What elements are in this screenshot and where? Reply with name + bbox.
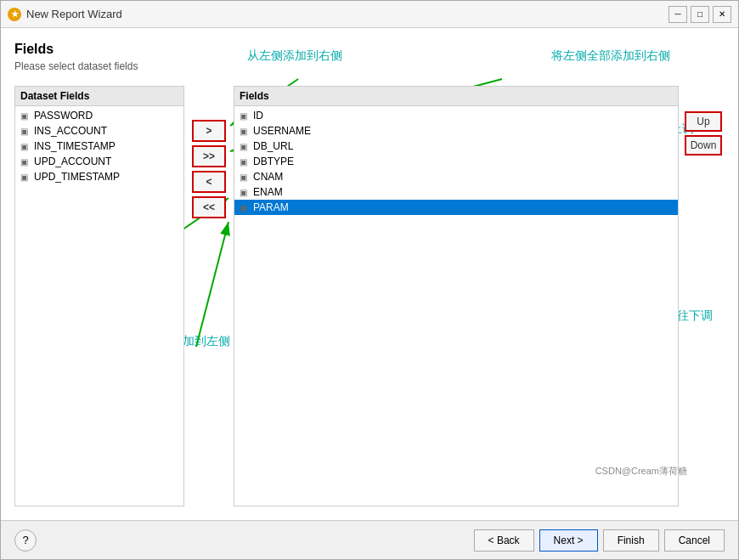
check-icon: ▣ <box>20 157 31 167</box>
list-item-selected[interactable]: ▣ PARAM <box>234 200 678 215</box>
dataset-fields-panel: Dataset Fields ▣ PASSWORD ▣ INS_ACCOUNT … <box>14 86 184 506</box>
next-button[interactable]: Next > <box>539 529 598 552</box>
check-icon: ▣ <box>240 157 250 167</box>
fields-header: Fields <box>234 87 678 106</box>
list-item[interactable]: ▣ DB_URL <box>234 139 678 154</box>
app-icon: ★ <box>8 8 21 21</box>
order-buttons: Up Down <box>682 86 725 506</box>
list-item[interactable]: ▣ PASSWORD <box>15 108 183 123</box>
page-title: Fields <box>14 42 725 57</box>
field-label: INS_ACCOUNT <box>34 125 107 137</box>
list-item[interactable]: ▣ ID <box>234 108 678 123</box>
list-item[interactable]: ▣ INS_ACCOUNT <box>15 123 183 139</box>
add-one-button[interactable]: > <box>192 120 226 142</box>
fields-list: ▣ ID ▣ USERNAME ▣ DB_URL ▣ DBTYPE <box>234 106 678 506</box>
check-icon: ▣ <box>240 173 250 182</box>
field-label: INS_TIMESTAMP <box>34 140 116 152</box>
check-icon: ▣ <box>240 111 250 121</box>
bottom-bar: ? < Back Next > Finish Cancel <box>1 520 738 559</box>
dataset-fields-header: Dataset Fields <box>15 87 183 106</box>
add-all-button[interactable]: >> <box>192 145 226 167</box>
close-button[interactable]: ✕ <box>713 6 731 23</box>
check-icon: ▣ <box>240 188 250 197</box>
window-title: New Report Wizard <box>26 8 668 20</box>
check-icon: ▣ <box>240 203 250 212</box>
field-label: PARAM <box>253 201 289 213</box>
list-item[interactable]: ▣ UPD_ACCOUNT <box>15 154 183 169</box>
main-window: ★ New Report Wizard ─ □ ✕ Fields Please … <box>0 0 739 560</box>
list-item[interactable]: ▣ DBTYPE <box>234 154 678 169</box>
remove-all-button[interactable]: << <box>192 196 226 218</box>
up-button[interactable]: Up <box>685 111 722 132</box>
fields-panel: Fields ▣ ID ▣ USERNAME ▣ DB_URL <box>234 86 679 506</box>
back-button[interactable]: < Back <box>474 529 534 552</box>
check-icon: ▣ <box>240 142 250 151</box>
check-icon: ▣ <box>20 127 31 136</box>
list-item[interactable]: ▣ INS_TIMESTAMP <box>15 139 183 154</box>
check-icon: ▣ <box>20 111 31 121</box>
field-label: UPD_TIMESTAMP <box>34 171 120 183</box>
field-label: PASSWORD <box>34 110 93 122</box>
list-item[interactable]: ▣ CNAM <box>234 169 678 184</box>
page-subtitle: Please select dataset fields <box>14 60 725 72</box>
content-area: Fields Please select dataset fields 从左侧添… <box>1 28 738 520</box>
list-item[interactable]: ▣ USERNAME <box>234 123 678 139</box>
dataset-fields-list: ▣ PASSWORD ▣ INS_ACCOUNT ▣ INS_TIMESTAMP… <box>15 106 183 506</box>
maximize-button[interactable]: □ <box>691 6 709 23</box>
minimize-button[interactable]: ─ <box>668 6 687 23</box>
list-item[interactable]: ▣ ENAM <box>234 184 678 200</box>
help-button[interactable]: ? <box>14 529 37 552</box>
field-label: DB_URL <box>253 140 293 152</box>
check-icon: ▣ <box>20 173 31 182</box>
transfer-buttons: > >> < << <box>188 86 230 506</box>
remove-one-button[interactable]: < <box>192 171 226 193</box>
field-label: DBTYPE <box>253 156 294 167</box>
down-button[interactable]: Down <box>685 135 722 156</box>
field-label: ENAM <box>253 186 283 198</box>
window-controls: ─ □ ✕ <box>668 6 731 23</box>
field-label: UPD_ACCOUNT <box>34 156 111 167</box>
cancel-button[interactable]: Cancel <box>664 529 725 552</box>
check-icon: ▣ <box>20 142 31 151</box>
finish-button[interactable]: Finish <box>603 529 659 552</box>
main-area: Dataset Fields ▣ PASSWORD ▣ INS_ACCOUNT … <box>14 86 725 506</box>
title-bar: ★ New Report Wizard ─ □ ✕ <box>1 1 738 28</box>
field-label: ID <box>253 110 263 122</box>
field-label: USERNAME <box>253 125 311 137</box>
check-icon: ▣ <box>240 127 250 136</box>
field-label: CNAM <box>253 171 283 183</box>
list-item[interactable]: ▣ UPD_TIMESTAMP <box>15 169 183 184</box>
